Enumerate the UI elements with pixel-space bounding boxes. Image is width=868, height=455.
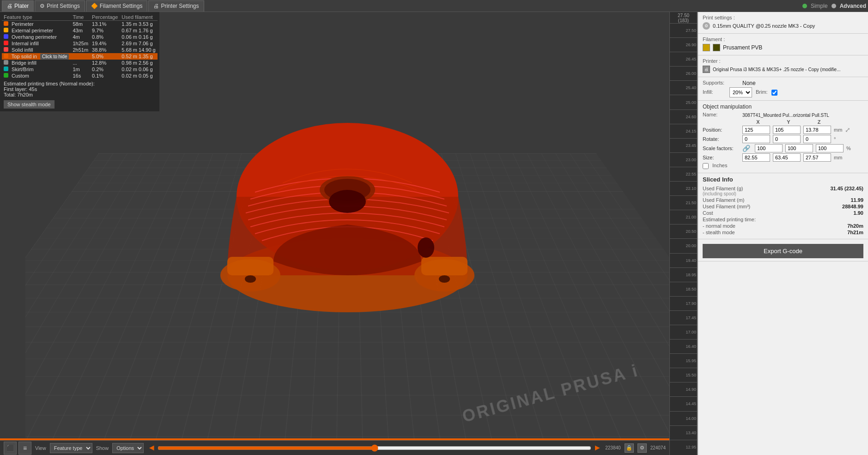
feature-name: Custom [12,73,29,79]
col-time: Time [71,14,90,21]
filament-swatch-dark [713,44,720,51]
show-label: Show [96,445,109,451]
layer-view-button[interactable]: ≡ [18,442,31,455]
supports-infill-section: Supports: None Infill: 20% Brim: [698,77,868,101]
feature-row[interactable]: Custom 16s 0.1% 0.02 m 0.05 g [2,73,158,79]
object-name-label: Name: [703,112,740,117]
filament-label: Filament : [703,36,725,42]
tab-filament-settings[interactable]: 🔶 Filament Settings [86,0,148,12]
feature-filament: 0.52 m 1.35 g [120,53,157,60]
filament-section: Filament : Prusament PVB [698,34,868,55]
scale-tick: 21.50 [670,195,697,210]
feature-row[interactable]: Overhang perimeter 4m 0.8% 0.06 m 0.16 g [2,34,158,40]
3d-view-button[interactable]: ⬛ [4,442,17,455]
rotate-x-input[interactable] [742,135,770,143]
export-gcode-button[interactable]: Export G-code [703,244,863,258]
filament-g-value: 31.45 (232.45) [830,186,863,196]
filament-m-label: Used Filament (m) [703,197,744,203]
size-y-input[interactable] [773,153,801,162]
feature-name: Perimeter [12,21,34,27]
tab-plater-label: Plater [14,3,29,9]
layer-settings-button[interactable]: ⚙ [637,443,647,453]
supports-row: Supports: None [703,80,863,86]
col-percentage: Percentage [90,14,120,21]
scale-y-input[interactable] [785,144,813,152]
stealth-mode-button[interactable]: Show stealth mode [4,100,55,109]
feature-color-swatch [4,21,8,26]
scale-tick: 17.45 [670,310,697,325]
feature-time: 43m [71,27,90,34]
tab-printer-settings-label: Printer Settings [161,3,199,9]
feature-pct: 9.7% [90,27,120,34]
filament-swatch-yellow [703,44,710,51]
est-label: Estimated printing times (Normal mode): [4,81,156,86]
scale-x-input[interactable] [755,144,783,152]
feature-pct: 0.2% [90,66,120,73]
feature-row[interactable]: External perimeter 43m 9.7% 0.67 m 1.76 … [2,27,158,34]
position-x-input[interactable] [742,126,770,134]
feature-filament: 0.02 m 0.06 g [120,66,157,73]
layer-slider-area: ◄ ► [147,443,601,453]
print-settings-label: Print settings : [703,15,735,20]
filament-g-label: Used Filament (g) [703,186,743,191]
view-type-select[interactable]: Feature type [50,443,92,453]
z-label: Z [805,119,833,125]
svg-rect-6 [227,257,273,275]
scale-tick: 25.40 [670,80,697,95]
tab-printer-settings[interactable]: 🖨 Printer Settings [148,0,204,12]
printer-value: Original Prusa i3 MK3S & MK3S+ .25 nozzl… [713,67,841,72]
topbar: 🖨 Plater ⚙ Print Settings 🔶 Filament Set… [0,0,868,12]
feature-row[interactable]: Skirt/Brim 1m 0.2% 0.02 m 0.06 g [2,66,158,73]
brim-label: Brim: [756,89,768,95]
scale-label: Scale factors: [703,146,740,151]
feature-row[interactable]: Bridge infill ... 12.8% 0.98 m 2.56 g [2,60,158,66]
infill-select[interactable]: 20% [729,87,752,97]
size-z-input[interactable] [803,153,831,162]
feature-filament: 0.98 m 2.56 g [120,60,157,66]
estimated-times: Estimated printing times (Normal mode): … [2,79,158,99]
feature-time: 1h25m [71,40,90,47]
feature-row[interactable]: Top solid in Click to hide 5.0% 0.52 m 1… [2,53,158,60]
lock-button[interactable]: 🔒 [625,443,634,453]
scale-tick: 14.45 [670,396,697,411]
filament-settings-icon: 🔶 [91,3,98,9]
feature-row[interactable]: Solid infill 2h51m 38.8% 5.68 m 14.90 g [2,47,158,53]
rotate-z-input[interactable] [803,135,831,143]
brim-checkbox[interactable] [771,90,777,96]
tab-plater[interactable]: 🖨 Plater [2,0,34,12]
mode-switcher: Simple Advanced [802,3,866,9]
scale-z-input[interactable] [816,144,844,152]
inches-checkbox[interactable] [703,163,709,169]
est-time-label: Estimated printing time: [703,217,756,222]
feature-name: Top solid in [12,54,37,59]
tab-print-settings[interactable]: ⚙ Print Settings [35,0,85,12]
total-row: Total: 7h20m [4,92,156,97]
position-unit: mm [834,127,842,133]
mode-advanced-label[interactable]: Advanced [840,3,866,9]
size-x-input[interactable] [742,153,770,162]
feature-pct: 5.0% [90,53,120,60]
tab-filament-settings-label: Filament Settings [100,3,143,9]
position-y-input[interactable] [773,126,801,134]
object-manipulation-section: Object manipulation Name: 3087T41_Mounte… [698,101,868,173]
feature-row[interactable]: Perimeter 58m 13.1% 1.35 m 3.53 g [2,21,158,28]
layer-slider[interactable] [158,444,591,452]
size-label: Size: [703,155,740,160]
slider-left-arrow[interactable]: ◄ [147,443,156,453]
viewport[interactable]: Feature type Time Percentage Used filame… [0,12,669,455]
view-label: View [35,445,46,451]
click-to-hide-tooltip[interactable]: Click to hide [40,54,69,60]
print-settings-value: 0.15mm QUALITY @0.25 nozzle MK3 - Copy [713,23,815,29]
position-z-input[interactable] [803,126,831,134]
supports-label: Supports: [703,80,740,85]
printer-label-row: Printer : [703,58,863,65]
show-options-select[interactable]: Options [112,443,144,453]
filament-value: Prusament PVB [723,44,762,51]
rotate-y-input[interactable] [773,135,801,143]
feature-row[interactable]: Internal infill 1h25m 19.4% 2.69 m 7.06 … [2,40,158,47]
col-used-filament: Used filament [120,14,157,21]
stealth-mode-value: 7h21m [847,230,863,235]
slider-right-arrow[interactable]: ► [593,443,601,453]
mode-simple-label[interactable]: Simple [811,3,828,9]
scale-tick: 12.95 [670,440,697,454]
